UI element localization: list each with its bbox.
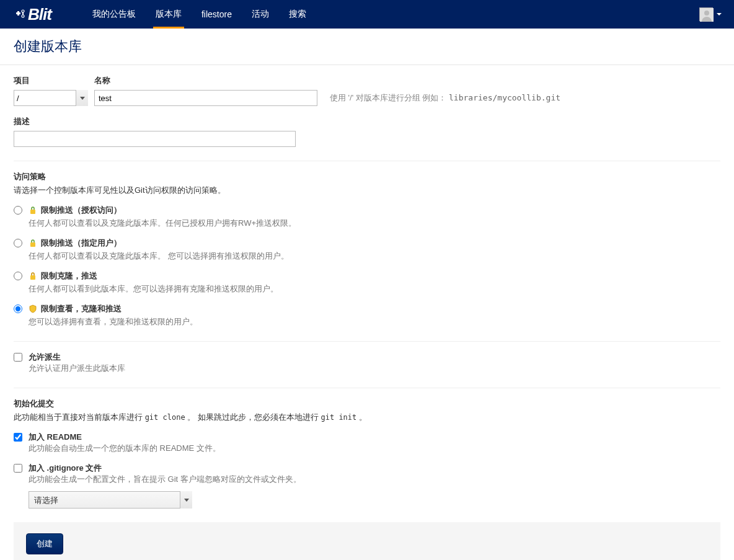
- option-desc: 您可以选择拥有查看，克隆和推送权限的用户。: [29, 316, 720, 327]
- name-hint: 使用 '/' 对版本库进行分组 例如： libraries/mycoollib.…: [330, 92, 560, 106]
- form: 项目 / 名称 使用 '/' 对版本库进行分组 例如： libraries/my…: [0, 65, 734, 560]
- name-row: 项目 / 名称 使用 '/' 对版本库进行分组 例如： libraries/my…: [14, 75, 720, 106]
- lock-icon: [29, 239, 37, 247]
- gitignore-select-wrap: 请选择: [29, 491, 192, 509]
- project-select[interactable]: /: [14, 90, 88, 106]
- description-field: 描述: [14, 116, 720, 147]
- svg-rect-1: [17, 11, 19, 16]
- nav-item-dashboard[interactable]: 我的公告板: [82, 0, 146, 29]
- option-label: 限制克隆，推送: [41, 270, 97, 282]
- option-header: 限制推送（指定用户）: [29, 238, 720, 249]
- svg-point-6: [704, 11, 709, 16]
- option-header: 限制克隆，推送: [29, 270, 720, 282]
- name-input[interactable]: [94, 90, 317, 106]
- fork-label: 允许派生: [29, 352, 720, 363]
- name-field: 名称: [94, 75, 317, 106]
- option-body: 允许派生 允许认证用户派生此版本库: [29, 352, 720, 374]
- hint-pre: 此功能相当于直接对当前版本库进行: [14, 412, 145, 422]
- hint-code2: git init: [321, 413, 357, 422]
- option-body: 限制推送（授权访问） 任何人都可以查看以及克隆此版本库。任何已授权用户拥有RW+…: [29, 205, 720, 229]
- gitignore-checkbox[interactable]: [14, 464, 22, 473]
- option-desc: 任何人都可以查看以及克隆此版本库。任何已授权用户拥有RW+推送权限。: [29, 218, 720, 229]
- nav-label: 搜索: [289, 9, 306, 20]
- init-title: 初始化提交: [14, 398, 720, 409]
- gitignore-option: 加入 .gitignore 文件 此功能会生成一个配置文件，旨在提示 Git 客…: [14, 463, 720, 485]
- nav-item-filestore[interactable]: filestore: [192, 0, 242, 29]
- svg-point-2: [22, 10, 24, 12]
- nav-item-repositories[interactable]: 版本库: [146, 0, 192, 29]
- create-button[interactable]: 创建: [26, 533, 63, 554]
- shield-icon: [29, 304, 37, 313]
- option-label: 限制推送（授权访问）: [41, 205, 122, 216]
- readme-checkbox[interactable]: [14, 433, 22, 442]
- option-label: 限制推送（指定用户）: [41, 238, 122, 249]
- access-radio-2[interactable]: [14, 272, 22, 280]
- navbar: Blit 我的公告板 版本库 filestore 活动 搜索: [0, 0, 734, 29]
- gitignore-desc: 此功能会生成一个配置文件，旨在提示 Git 客户端忽略对应的文件或文件夹。: [29, 474, 720, 485]
- navbar-left: Blit 我的公告板 版本库 filestore 活动 搜索: [15, 0, 316, 29]
- readme-label: 加入 README: [29, 432, 720, 443]
- page-title: 创建版本库: [14, 37, 720, 56]
- nav-links: 我的公告板 版本库 filestore 活动 搜索: [82, 0, 316, 29]
- gitignore-label: 加入 .gitignore 文件: [29, 463, 720, 474]
- nav-label: 活动: [252, 9, 269, 20]
- fork-desc: 允许认证用户派生此版本库: [29, 363, 720, 374]
- svg-point-3: [22, 15, 24, 17]
- description-label: 描述: [14, 116, 720, 127]
- gitignore-select[interactable]: 请选择: [29, 491, 192, 509]
- name-label: 名称: [94, 75, 317, 86]
- option-header: 限制推送（授权访问）: [29, 205, 720, 216]
- init-hint: 此功能相当于直接对当前版本库进行 git clone 。 如果跳过此步，您必须在…: [14, 412, 720, 423]
- option-body: 加入 README 此功能会自动生成一个您的版本库的 README 文件。: [29, 432, 720, 454]
- hint-code: libraries/mycoollib.git: [449, 93, 560, 102]
- hint-prefix: 使用 '/' 对版本库进行分组 例如：: [330, 93, 446, 102]
- navbar-right[interactable]: [699, 7, 722, 21]
- nav-label: 我的公告板: [92, 9, 136, 20]
- hint-code1: git clone: [145, 413, 185, 422]
- logo[interactable]: Blit: [15, 5, 51, 24]
- access-option-0: 限制推送（授权访问） 任何人都可以查看以及克隆此版本库。任何已授权用户拥有RW+…: [14, 205, 720, 229]
- access-option-2: 限制克隆，推送 任何人都可以看到此版本库。您可以选择拥有克隆和推送权限的用户。: [14, 270, 720, 295]
- access-option-1: 限制推送（指定用户） 任何人都可以查看以及克隆此版本库。 您可以选择拥有推送权限…: [14, 238, 720, 262]
- svg-rect-7: [30, 210, 35, 214]
- nav-item-activity[interactable]: 活动: [242, 0, 279, 29]
- description-input[interactable]: [14, 131, 296, 147]
- chevron-down-icon: [717, 13, 722, 16]
- logo-text: Blit: [28, 5, 51, 24]
- avatar: [699, 7, 713, 21]
- svg-rect-4: [22, 12, 24, 15]
- logo-icon: [15, 8, 27, 20]
- nav-item-search[interactable]: 搜索: [279, 0, 316, 29]
- access-hint: 请选择一个控制版本库可见性以及Git访问权限的访问策略。: [14, 185, 720, 196]
- option-label: 限制查看，克隆和推送: [41, 303, 122, 314]
- readme-option: 加入 README 此功能会自动生成一个您的版本库的 README 文件。: [14, 432, 720, 454]
- fork-option: 允许派生 允许认证用户派生此版本库: [14, 352, 720, 374]
- hint-post: 。: [356, 412, 367, 422]
- submit-section: 创建: [14, 522, 720, 560]
- project-select-wrap: /: [14, 90, 88, 106]
- svg-rect-8: [30, 242, 35, 247]
- access-title: 访问策略: [14, 171, 720, 182]
- option-header: 限制查看，克隆和推送: [29, 303, 720, 314]
- lock-icon: [29, 206, 37, 215]
- nav-label: 版本库: [156, 9, 182, 20]
- lock-icon: [29, 272, 37, 280]
- project-label: 项目: [14, 75, 88, 86]
- access-radio-0[interactable]: [14, 206, 22, 215]
- access-radio-3[interactable]: [14, 304, 22, 313]
- fork-checkbox[interactable]: [14, 353, 22, 362]
- nav-label: filestore: [201, 9, 232, 19]
- option-desc: 任何人都可以看到此版本库。您可以选择拥有克隆和推送权限的用户。: [29, 283, 720, 295]
- option-body: 加入 .gitignore 文件 此功能会生成一个配置文件，旨在提示 Git 客…: [29, 463, 720, 485]
- hint-mid: 。 如果跳过此步，您必须在本地进行: [185, 412, 321, 422]
- access-policy-section: 访问策略 请选择一个控制版本库可见性以及Git访问权限的访问策略。 限制推送（授…: [14, 161, 720, 327]
- option-body: 限制推送（指定用户） 任何人都可以查看以及克隆此版本库。 您可以选择拥有推送权限…: [29, 238, 720, 262]
- option-desc: 任何人都可以查看以及克隆此版本库。 您可以选择拥有推送权限的用户。: [29, 251, 720, 262]
- svg-rect-9: [30, 275, 35, 280]
- fork-section: 允许派生 允许认证用户派生此版本库: [14, 341, 720, 374]
- access-radio-1[interactable]: [14, 239, 22, 247]
- access-option-3: 限制查看，克隆和推送 您可以选择拥有查看，克隆和推送权限的用户。: [14, 303, 720, 327]
- page-header: 创建版本库: [0, 29, 734, 65]
- project-field: 项目 /: [14, 75, 88, 106]
- option-body: 限制查看，克隆和推送 您可以选择拥有查看，克隆和推送权限的用户。: [29, 303, 720, 327]
